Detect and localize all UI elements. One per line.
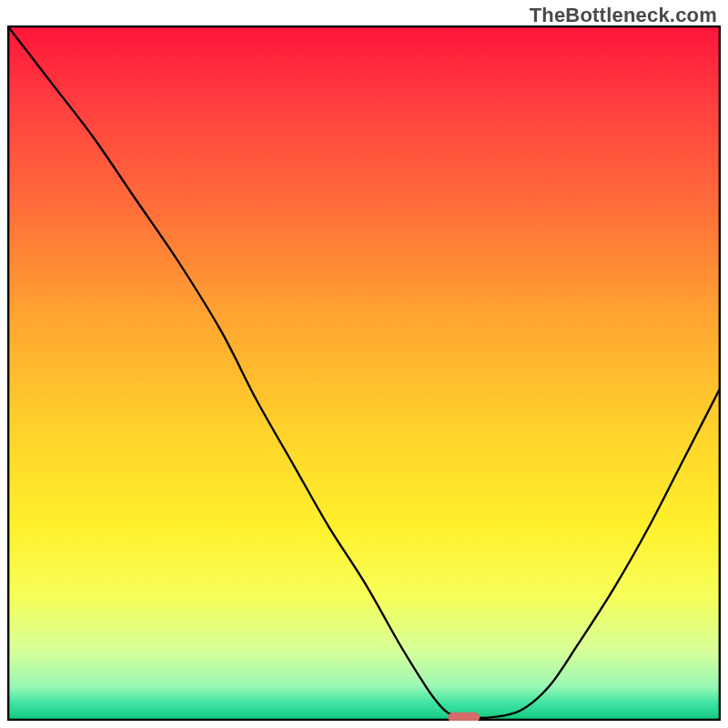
chart-stage: TheBottleneck.com (0, 0, 728, 728)
minimum-marker (448, 713, 480, 721)
curve-path (7, 25, 721, 718)
watermark-text: TheBottleneck.com (530, 4, 717, 27)
curve-svg (7, 25, 721, 721)
chart-plot-area (7, 25, 721, 721)
plot-frame (8, 26, 720, 720)
